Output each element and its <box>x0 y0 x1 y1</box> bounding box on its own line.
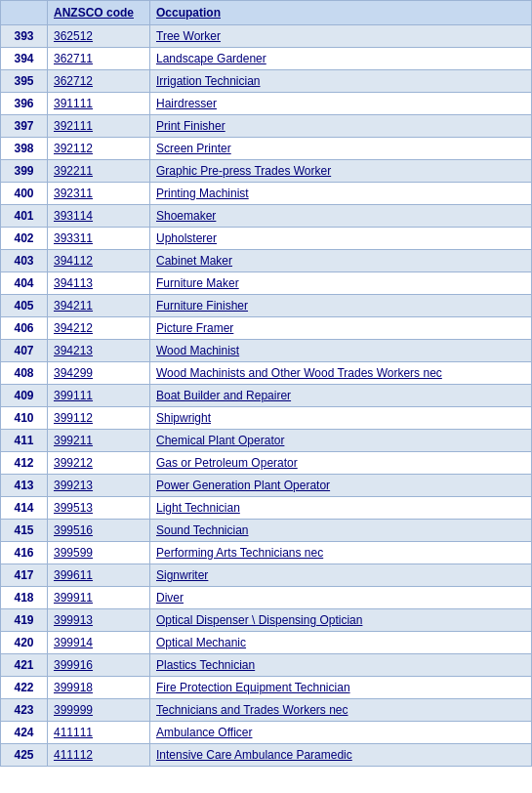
row-code[interactable]: 399112 <box>48 407 150 430</box>
row-code[interactable]: 399599 <box>48 542 150 564</box>
row-code[interactable]: 394211 <box>48 295 150 317</box>
row-occupation[interactable]: Power Generation Plant Operator <box>150 475 532 497</box>
table-row: 414399513Light Technician <box>1 497 532 520</box>
row-occupation[interactable]: Graphic Pre-press Trades Worker <box>150 160 532 183</box>
row-code[interactable]: 411112 <box>48 744 150 767</box>
row-occupation[interactable]: Furniture Finisher <box>150 295 532 317</box>
row-num: 399 <box>1 160 48 183</box>
row-occupation[interactable]: Ambulance Officer <box>150 722 532 744</box>
row-occupation[interactable]: Picture Framer <box>150 317 532 340</box>
row-code[interactable]: 394299 <box>48 362 150 385</box>
row-code[interactable]: 399513 <box>48 497 150 520</box>
row-occupation[interactable]: Chemical Plant Operator <box>150 430 532 452</box>
table-row: 399392211Graphic Pre-press Trades Worker <box>1 160 532 183</box>
row-occupation[interactable]: Boat Builder and Repairer <box>150 385 532 407</box>
row-occupation[interactable]: Intensive Care Ambulance Paramedic <box>150 744 532 767</box>
row-occupation[interactable]: Wood Machinist <box>150 340 532 362</box>
row-occupation[interactable]: Shoemaker <box>150 205 532 228</box>
row-code[interactable]: 393311 <box>48 228 150 250</box>
row-occupation[interactable]: Wood Machinists and Other Wood Trades Wo… <box>150 362 532 385</box>
row-occupation[interactable]: Diver <box>150 587 532 609</box>
table-row: 420399914Optical Mechanic <box>1 632 532 654</box>
row-occupation[interactable]: Hairdresser <box>150 93 532 115</box>
table-row: 419399913Optical Dispenser \ Dispensing … <box>1 609 532 632</box>
row-occupation[interactable]: Technicians and Trades Workers nec <box>150 699 532 722</box>
table-row: 402393311Upholsterer <box>1 228 532 250</box>
row-occupation[interactable]: Landscape Gardener <box>150 48 532 70</box>
table-row: 407394213Wood Machinist <box>1 340 532 362</box>
row-code[interactable]: 399211 <box>48 430 150 452</box>
row-occupation[interactable]: Optical Mechanic <box>150 632 532 654</box>
row-code[interactable]: 399999 <box>48 699 150 722</box>
header-occupation[interactable]: Occupation <box>150 1 532 25</box>
row-num: 423 <box>1 699 48 722</box>
table-row: 412399212Gas or Petroleum Operator <box>1 452 532 475</box>
row-code[interactable]: 411111 <box>48 722 150 744</box>
row-code[interactable]: 399914 <box>48 632 150 654</box>
table-row: 408394299Wood Machinists and Other Wood … <box>1 362 532 385</box>
row-code[interactable]: 393114 <box>48 205 150 228</box>
row-code[interactable]: 399111 <box>48 385 150 407</box>
row-code[interactable]: 392112 <box>48 138 150 160</box>
row-code[interactable]: 399212 <box>48 452 150 475</box>
row-num: 396 <box>1 93 48 115</box>
row-occupation[interactable]: Furniture Maker <box>150 272 532 295</box>
row-num: 421 <box>1 654 48 677</box>
table-row: 423399999Technicians and Trades Workers … <box>1 699 532 722</box>
row-code[interactable]: 362711 <box>48 48 150 70</box>
row-occupation[interactable]: Sound Technician <box>150 520 532 542</box>
row-code[interactable]: 399913 <box>48 609 150 632</box>
row-code[interactable]: 394113 <box>48 272 150 295</box>
row-occupation[interactable]: Light Technician <box>150 497 532 520</box>
row-num: 402 <box>1 228 48 250</box>
row-code[interactable]: 392311 <box>48 183 150 205</box>
table-row: 409399111Boat Builder and Repairer <box>1 385 532 407</box>
row-occupation[interactable]: Upholsterer <box>150 228 532 250</box>
row-occupation[interactable]: Cabinet Maker <box>150 250 532 272</box>
row-occupation[interactable]: Irrigation Technician <box>150 70 532 93</box>
row-occupation[interactable]: Screen Printer <box>150 138 532 160</box>
row-code[interactable]: 399611 <box>48 564 150 587</box>
row-num: 412 <box>1 452 48 475</box>
row-num: 408 <box>1 362 48 385</box>
row-occupation[interactable]: Print Finisher <box>150 115 532 138</box>
row-code[interactable]: 362712 <box>48 70 150 93</box>
row-occupation[interactable]: Fire Protection Equipment Technician <box>150 677 532 699</box>
row-num: 413 <box>1 475 48 497</box>
row-code[interactable]: 394212 <box>48 317 150 340</box>
row-occupation[interactable]: Gas or Petroleum Operator <box>150 452 532 475</box>
row-code[interactable]: 362512 <box>48 25 150 48</box>
row-code[interactable]: 391111 <box>48 93 150 115</box>
row-occupation[interactable]: Shipwright <box>150 407 532 430</box>
row-num: 425 <box>1 744 48 767</box>
row-occupation[interactable]: Optical Dispenser \ Dispensing Optician <box>150 609 532 632</box>
row-num: 420 <box>1 632 48 654</box>
row-code[interactable]: 392111 <box>48 115 150 138</box>
row-code[interactable]: 392211 <box>48 160 150 183</box>
table-row: 422399918Fire Protection Equipment Techn… <box>1 677 532 699</box>
row-code[interactable]: 394213 <box>48 340 150 362</box>
table-row: 400392311Printing Machinist <box>1 183 532 205</box>
table-row: 405394211Furniture Finisher <box>1 295 532 317</box>
row-occupation[interactable]: Plastics Technician <box>150 654 532 677</box>
row-num: 403 <box>1 250 48 272</box>
row-occupation[interactable]: Signwriter <box>150 564 532 587</box>
header-anzsco[interactable]: ANZSCO code <box>48 1 150 25</box>
row-num: 398 <box>1 138 48 160</box>
row-code[interactable]: 399213 <box>48 475 150 497</box>
row-num: 414 <box>1 497 48 520</box>
row-occupation[interactable]: Printing Machinist <box>150 183 532 205</box>
row-num: 394 <box>1 48 48 70</box>
row-num: 393 <box>1 25 48 48</box>
row-code[interactable]: 399918 <box>48 677 150 699</box>
table-row: 416399599Performing Arts Technicians nec <box>1 542 532 564</box>
table-row: 417399611Signwriter <box>1 564 532 587</box>
row-occupation[interactable]: Performing Arts Technicians nec <box>150 542 532 564</box>
row-code[interactable]: 399916 <box>48 654 150 677</box>
row-occupation[interactable]: Tree Worker <box>150 25 532 48</box>
row-code[interactable]: 394112 <box>48 250 150 272</box>
row-code[interactable]: 399911 <box>48 587 150 609</box>
row-num: 397 <box>1 115 48 138</box>
row-code[interactable]: 399516 <box>48 520 150 542</box>
row-num: 419 <box>1 609 48 632</box>
